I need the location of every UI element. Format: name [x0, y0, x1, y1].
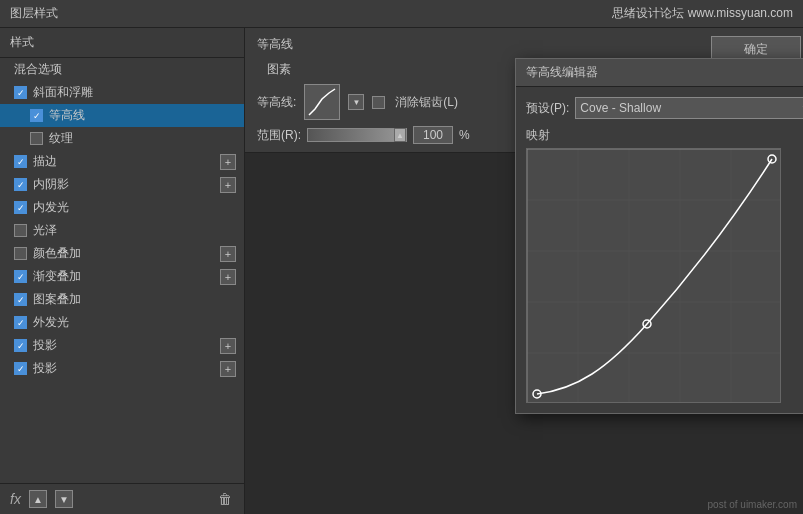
antialias-checkbox[interactable] — [372, 96, 385, 109]
stroke-checkbox[interactable] — [14, 155, 27, 168]
texture-item[interactable]: 纹理 — [0, 127, 244, 150]
contour-item[interactable]: 等高线 — [0, 104, 244, 127]
move-down-button[interactable]: ▼ — [55, 490, 73, 508]
range-slider[interactable]: ▲ — [307, 128, 407, 142]
range-fill — [308, 129, 406, 141]
fx-icon: fx — [10, 491, 21, 507]
inner-shadow-item[interactable]: 内阴影 + — [0, 173, 244, 196]
drop-shadow-2-plus[interactable]: + — [220, 361, 236, 377]
contour-label: 等高线: — [257, 94, 296, 111]
stroke-plus[interactable]: + — [220, 154, 236, 170]
contour-editor-dialog: 等高线编辑器 ✕ 预设(P): Cove - Shallow ▼ 映射 — [515, 58, 803, 414]
color-overlay-item[interactable]: 颜色叠加 + — [0, 242, 244, 265]
range-label: 范围(R): — [257, 127, 301, 144]
inner-shadow-checkbox[interactable] — [14, 178, 27, 191]
pattern-overlay-item[interactable]: 图案叠加 — [0, 288, 244, 311]
drop-shadow-1-plus[interactable]: + — [220, 338, 236, 354]
antialias-label: 消除锯齿(L) — [395, 94, 458, 111]
brand-text: 思绪设计论坛 www.missyuan.com — [612, 5, 793, 22]
gradient-overlay-item[interactable]: 渐变叠加 + — [0, 265, 244, 288]
drop-shadow-2-checkbox[interactable] — [14, 362, 27, 375]
texture-checkbox[interactable] — [30, 132, 43, 145]
bottom-bar: fx ▲ ▼ 🗑 — [0, 483, 244, 514]
inner-glow-checkbox[interactable] — [14, 201, 27, 214]
range-thumb[interactable]: ▲ — [394, 128, 406, 142]
drop-shadow-1-item[interactable]: 投影 + — [0, 334, 244, 357]
title-text: 图层样式 — [10, 5, 58, 22]
left-panel: 样式 混合选项 斜面和浮雕 等高线 纹理 描边 + 内阴影 + — [0, 28, 245, 514]
gradient-overlay-checkbox[interactable] — [14, 270, 27, 283]
satin-item[interactable]: 光泽 — [0, 219, 244, 242]
stroke-item[interactable]: 描边 + — [0, 150, 244, 173]
outer-glow-item[interactable]: 外发光 — [0, 311, 244, 334]
preset-label: 预设(P): — [526, 100, 569, 117]
drop-shadow-2-item[interactable]: 投影 + — [0, 357, 244, 380]
delete-button[interactable]: 🗑 — [216, 490, 234, 508]
outer-glow-checkbox[interactable] — [14, 316, 27, 329]
dialog-content: 预设(P): Cove - Shallow ▼ 映射 — [516, 87, 803, 413]
color-overlay-plus[interactable]: + — [220, 246, 236, 262]
move-up-button[interactable]: ▲ — [29, 490, 47, 508]
antialias-row: 消除锯齿(L) — [372, 94, 458, 111]
contour-dropdown[interactable]: ▼ — [348, 94, 364, 110]
dialog-titlebar: 等高线编辑器 ✕ — [516, 59, 803, 87]
svg-rect-8 — [527, 149, 781, 403]
color-overlay-checkbox[interactable] — [14, 247, 27, 260]
curve-canvas[interactable] — [526, 148, 781, 403]
bevel-emboss-item[interactable]: 斜面和浮雕 — [0, 81, 244, 104]
right-content: 等高线 图素 等高线: ▼ 消除锯齿(L) 范围( — [245, 28, 803, 514]
range-value[interactable]: 100 — [413, 126, 453, 144]
bevel-emboss-checkbox[interactable] — [14, 86, 27, 99]
range-percent: % — [459, 128, 470, 142]
preset-row: 预设(P): Cove - Shallow ▼ — [526, 97, 803, 119]
inner-shadow-plus[interactable]: + — [220, 177, 236, 193]
gradient-overlay-plus[interactable]: + — [220, 269, 236, 285]
contour-checkbox[interactable] — [30, 109, 43, 122]
inner-glow-item[interactable]: 内发光 — [0, 196, 244, 219]
dialog-title: 等高线编辑器 — [526, 64, 598, 81]
preset-select[interactable]: Cove - Shallow ▼ — [575, 97, 803, 119]
preset-value: Cove - Shallow — [580, 101, 661, 115]
dialog-left: 预设(P): Cove - Shallow ▼ 映射 — [516, 87, 803, 413]
mix-options-item[interactable]: 混合选项 — [0, 58, 244, 81]
main-layout: 样式 混合选项 斜面和浮雕 等高线 纹理 描边 + 内阴影 + — [0, 28, 803, 514]
satin-checkbox[interactable] — [14, 224, 27, 237]
pattern-overlay-checkbox[interactable] — [14, 293, 27, 306]
map-label: 映射 — [526, 127, 803, 144]
title-bar: 图层样式 思绪设计论坛 www.missyuan.com — [0, 0, 803, 28]
contour-preview-button[interactable] — [304, 84, 340, 120]
styles-header: 样式 — [0, 28, 244, 58]
watermark: post of uimaker.com — [708, 499, 797, 510]
drop-shadow-1-checkbox[interactable] — [14, 339, 27, 352]
